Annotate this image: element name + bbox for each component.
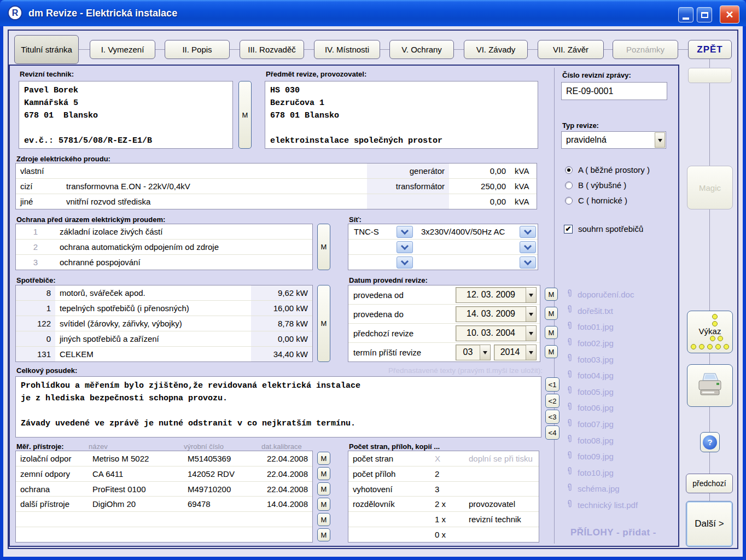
table-row[interactable]: 0 jiných spotřebičů a zařízení 0,00 kW	[16, 331, 312, 347]
vykaz-button[interactable]: Výkaz	[687, 311, 733, 353]
attachment-item[interactable]: foto06.jpg	[567, 400, 676, 416]
date-previous-select[interactable]: 10. 03. 2004	[456, 325, 537, 341]
dropdown-chevron-icon[interactable]	[520, 226, 536, 238]
attachment-item[interactable]: foto05.jpg	[567, 384, 676, 400]
network-row[interactable]: TNC-S 3x230V/400V/50Hz AC	[348, 224, 538, 240]
close-button[interactable]: ✕	[720, 5, 739, 24]
dropdown-arrow-icon[interactable]	[480, 345, 490, 360]
dropdown-chevron-icon[interactable]	[520, 241, 536, 253]
previous-button[interactable]: předchozí	[686, 474, 733, 493]
table-row[interactable]: jiné vnitřní rozvod střediska 0,00 kVA	[16, 194, 537, 209]
instrument-m-button[interactable]: M	[317, 452, 330, 465]
attachment-item[interactable]: doporučení.doc	[567, 287, 676, 303]
radio-option-a[interactable]: A ( běžné prostory )	[565, 165, 650, 174]
dropdown-arrow-icon[interactable]	[526, 307, 536, 322]
dropdown-arrow-icon[interactable]	[655, 132, 665, 148]
instrument-m-button[interactable]: M	[317, 467, 330, 480]
table-row[interactable]	[16, 527, 312, 542]
instrument-m-button[interactable]: M	[317, 513, 330, 526]
date-from-select[interactable]: 12. 03. 2009	[456, 287, 537, 303]
dropdown-chevron-icon[interactable]	[397, 256, 413, 269]
attachment-item[interactable]: foto02.jpg	[567, 335, 676, 352]
dropdown-chevron-icon[interactable]	[397, 226, 413, 238]
next-button[interactable]: Další >	[686, 501, 733, 547]
table-row[interactable]: 131 CELKEM 34,40 kW	[16, 347, 312, 361]
table-row[interactable]: cizí transformovna E.ON - 22kV/0,4kV tra…	[16, 179, 537, 194]
summary-checkbox[interactable]: souhrn spotřebičů	[564, 224, 643, 234]
technician-m-button[interactable]: M	[238, 81, 252, 149]
revision-type-select[interactable]: pravidelná	[561, 131, 666, 149]
instrument-m-button[interactable]: M	[317, 498, 330, 511]
network-row[interactable]	[348, 255, 538, 270]
table-row[interactable]: ochrana ProFitest 0100 M49710200 22.04.2…	[16, 482, 312, 497]
table-row[interactable]: další přístroje DigiOhm 20 69478 14.04.2…	[16, 497, 312, 512]
radio-option-c[interactable]: C ( hornické )	[565, 196, 627, 205]
table-row[interactable]: počet příloh 2	[348, 466, 539, 482]
attachment-item[interactable]: foto10.jpg	[567, 465, 676, 481]
table-row[interactable]: vlastní generátor 0,00 kVA	[16, 164, 537, 179]
dropdown-chevron-icon[interactable]	[397, 241, 413, 253]
dropdown-chevron-icon[interactable]	[520, 256, 536, 269]
table-row[interactable]: 1 x revizní technik	[348, 512, 539, 527]
maximize-button[interactable]	[697, 7, 712, 22]
date-to-m-button[interactable]: M	[545, 307, 558, 320]
date-next-m-button[interactable]: M	[545, 345, 558, 358]
table-row[interactable]: 1 základní izolace živých částí	[16, 224, 312, 240]
table-row[interactable]: 1 tepelných spotřebičů (i přenosných) 16…	[16, 301, 312, 316]
radio-option-b[interactable]: B ( výbušné )	[565, 180, 626, 190]
attachment-item[interactable]: schéma.jpg	[567, 481, 676, 497]
attachment-item[interactable]: foto03.jpg	[567, 351, 676, 368]
minimize-button[interactable]	[678, 7, 693, 22]
table-row[interactable]: 3 ochranné pospojování	[16, 255, 312, 270]
tab-rozvadec[interactable]: III. Rozvaděč	[240, 40, 304, 59]
attachments-add-link[interactable]: PŘÍLOHY - přidat -	[570, 527, 656, 538]
table-row[interactable]: zemní odpory CA 6411 142052 RDV 22.04.20…	[16, 466, 312, 482]
report-number-input[interactable]: RE-09-0001	[561, 82, 667, 100]
protection-m-button[interactable]: M	[317, 224, 330, 270]
date-previous-m-button[interactable]: M	[545, 326, 558, 339]
next-revision-year-select[interactable]: 2014	[494, 345, 537, 360]
table-row[interactable]: 122 svítidel (žárovky, zářivky, výbojky)…	[16, 316, 312, 331]
dropdown-arrow-icon[interactable]	[526, 288, 536, 302]
table-row[interactable]: vyhotovení 3	[348, 482, 539, 497]
table-row[interactable]: izolační odpor Metriso M 5022 M51405369 …	[16, 451, 312, 466]
tab-ochrany[interactable]: V. Ochrany	[389, 40, 454, 59]
attachment-item[interactable]: foto09.jpg	[567, 448, 676, 465]
attachment-item[interactable]: foto08.jpg	[567, 432, 676, 448]
network-row[interactable]	[348, 240, 538, 255]
tab-zavady[interactable]: VI. Závady	[464, 40, 528, 59]
next-revision-month-select[interactable]: 03	[456, 345, 491, 360]
table-row[interactable]: 2 ochrana automatickým odpojením od zdro…	[16, 240, 312, 255]
tab-zaver[interactable]: VII. Závěr	[538, 40, 604, 59]
preset-4-button[interactable]: <4	[545, 425, 560, 440]
preset-1-button[interactable]: <1	[545, 377, 560, 392]
attachment-item[interactable]: foto04.jpg	[567, 368, 676, 384]
date-from-m-button[interactable]: M	[545, 288, 558, 301]
attachment-item[interactable]: technický list.pdf	[567, 497, 676, 514]
table-row[interactable]: rozdělovník 2 x provozovatel	[348, 497, 539, 512]
subject-field[interactable]: HS 030 Bezručova 1 678 01 Blansko elektr…	[265, 81, 538, 149]
table-row[interactable]: počet stran X doplní se při tisku	[348, 451, 539, 466]
tab-titulni-stranka[interactable]: Titulní stránka	[14, 35, 79, 64]
back-button[interactable]: ZPĚT	[688, 40, 732, 59]
tab-mistnosti[interactable]: IV. Místnosti	[314, 40, 380, 59]
attachment-item[interactable]: foto07.jpg	[567, 416, 676, 433]
dropdown-arrow-icon[interactable]	[526, 326, 536, 341]
help-button[interactable]: ?	[700, 432, 720, 452]
table-row[interactable]	[16, 512, 312, 527]
instrument-m-button[interactable]: M	[317, 482, 330, 495]
tab-popis[interactable]: II. Popis	[165, 40, 230, 59]
attachment-item[interactable]: foto01.jpg	[567, 319, 676, 335]
appliances-m-button[interactable]: M	[317, 285, 330, 362]
tab-vymezeni[interactable]: I. Vymezení	[90, 40, 155, 59]
preset-2-button[interactable]: <2	[545, 394, 560, 408]
print-button[interactable]	[687, 364, 733, 407]
verdict-field[interactable]: Prohlídkou a měřením bylo zjištěno,že re…	[15, 376, 541, 438]
preset-3-button[interactable]: <3	[545, 410, 560, 424]
instrument-m-button[interactable]: M	[317, 528, 330, 541]
technician-field[interactable]: Pavel Borek Kamnářská 5 678 01 Blansko e…	[19, 81, 233, 149]
attachment-item[interactable]: dořešit.txt	[567, 303, 676, 319]
date-to-select[interactable]: 14. 03. 2009	[456, 306, 537, 322]
table-row[interactable]: 0 x	[348, 527, 539, 542]
table-row[interactable]: 8 motorů, svářeček apod. 9,62 kW	[16, 285, 312, 301]
